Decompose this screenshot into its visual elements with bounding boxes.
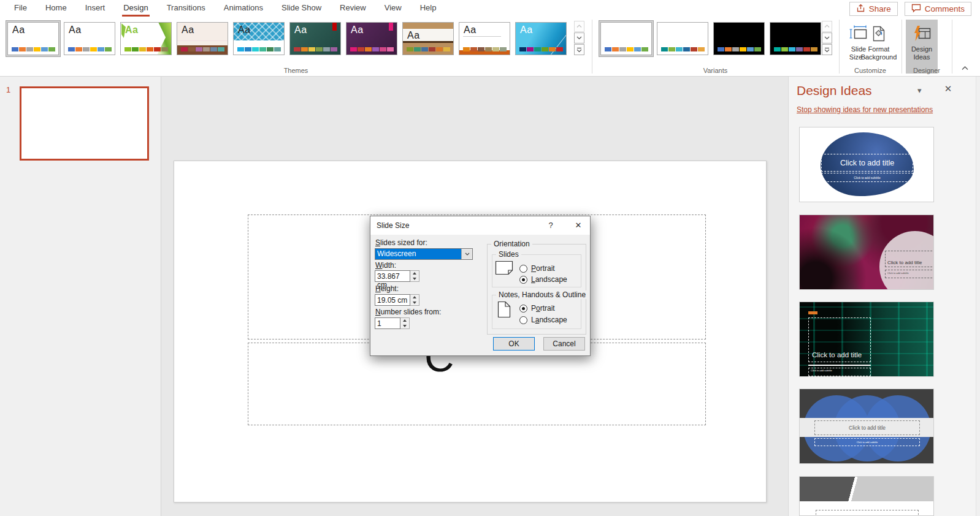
slides-landscape-option[interactable]: Landscape — [519, 275, 567, 284]
theme-preview-text: Aa — [125, 25, 138, 36]
theme-thumbnail[interactable]: Aa — [175, 21, 229, 56]
theme-thumbnail[interactable]: Aa — [457, 21, 511, 56]
tab-slide-show[interactable]: Slide Show — [272, 0, 331, 17]
notes-portrait-option[interactable]: Portrait — [519, 304, 555, 313]
tab-view[interactable]: View — [375, 0, 411, 17]
tab-home[interactable]: Home — [36, 0, 76, 17]
theme-thumbnail[interactable]: Aa — [401, 21, 455, 56]
variants-scroll-down-button[interactable] — [822, 32, 832, 44]
radio-checked-icon[interactable] — [519, 305, 527, 313]
theme-thumbnail[interactable]: Aa — [6, 21, 60, 56]
designer-group-label: Designer — [902, 67, 952, 74]
theme-thumbnail[interactable]: Aa — [119, 21, 173, 56]
chevron-down-icon — [465, 252, 470, 256]
slides-portrait-label: Portrait — [531, 264, 555, 273]
comments-icon — [911, 4, 921, 15]
variant-thumbnail[interactable] — [599, 21, 653, 56]
chevron-up-icon — [824, 25, 830, 28]
subtitle-placeholder-preview: Click to add subtitle — [814, 438, 920, 446]
width-field: 33.867 cm — [375, 270, 419, 282]
theme-preview-text: Aa — [520, 25, 533, 36]
themes-gallery-scroll — [574, 21, 584, 55]
radio-checked-icon[interactable] — [519, 276, 527, 284]
tab-design[interactable]: Design — [114, 0, 157, 17]
accent-bar — [808, 311, 817, 314]
panel-scrollbar[interactable] — [976, 77, 980, 516]
gallery-more-icon — [824, 47, 830, 53]
landscape-page-icon — [495, 260, 513, 277]
number-slides-input[interactable]: 1 — [375, 317, 400, 329]
design-suggestion-4[interactable]: Click to add title Click to add subtitle — [799, 389, 934, 464]
design-suggestion-1[interactable]: Click to add title Click to add subtitle — [799, 127, 934, 202]
design-suggestion-2[interactable]: Click to add title Click to add subtitle — [799, 214, 934, 290]
tab-transitions[interactable]: Transitions — [158, 0, 215, 17]
comments-button[interactable]: Comments — [905, 2, 971, 16]
themes-scroll-up-button[interactable] — [574, 21, 584, 32]
ribbon: Aa Aa Aa Aa Aa Aa Aa Aa Aa Aa — [0, 17, 980, 77]
tab-review[interactable]: Review — [331, 0, 375, 17]
radio-unchecked-icon[interactable] — [519, 316, 527, 324]
design-ideas-label: Design Ideas — [906, 45, 938, 61]
variant-thumbnail[interactable] — [712, 21, 766, 56]
dialog-title-bar[interactable]: Slide Size ? ✕ — [370, 216, 590, 235]
help-button[interactable]: ? — [545, 216, 557, 235]
variant-thumbnail[interactable] — [656, 21, 710, 56]
tab-insert[interactable]: Insert — [76, 0, 115, 17]
slide-thumbnail[interactable] — [20, 86, 149, 161]
cancel-button[interactable]: Cancel — [543, 337, 585, 351]
dialog-close-button[interactable]: ✕ — [570, 216, 586, 235]
panel-dropdown-icon[interactable]: ▾ — [917, 86, 922, 95]
design-suggestion-5[interactable] — [799, 476, 934, 516]
panel-close-icon[interactable]: ✕ — [942, 83, 954, 94]
subtitle-placeholder-preview: Click to add subtitle — [808, 368, 871, 376]
theme-preview-text: Aa — [182, 25, 194, 36]
chevron-down-icon — [576, 36, 582, 40]
themes-gallery-more-button[interactable] — [574, 44, 584, 55]
chevron-up-icon — [576, 25, 582, 28]
notes-landscape-option[interactable]: Landscape — [519, 316, 567, 324]
divider-line — [808, 365, 871, 366]
tab-animations[interactable]: Animations — [215, 0, 272, 17]
title-placeholder-preview: Click to add title — [885, 251, 934, 267]
theme-thumbnail[interactable]: Aa — [345, 21, 399, 56]
ok-button[interactable]: OK — [493, 337, 535, 351]
theme-thumbnail[interactable]: Aa — [514, 21, 568, 56]
share-button[interactable]: Share — [849, 2, 898, 16]
design-ideas-button[interactable]: Design Ideas — [906, 20, 938, 74]
notes-landscape-label: Landscape — [531, 316, 567, 324]
variants-scroll-up-button[interactable] — [822, 21, 832, 32]
theme-thumbnail[interactable]: Aa — [232, 21, 286, 56]
number-slides-spinner[interactable] — [400, 317, 410, 329]
share-label: Share — [869, 4, 891, 13]
combo-dropdown-button[interactable] — [461, 249, 472, 259]
format-background-button[interactable]: Format Background — [857, 20, 900, 74]
height-field: 19.05 cm — [375, 294, 419, 306]
design-ideas-icon — [913, 23, 931, 44]
width-input[interactable]: 33.867 cm — [375, 270, 410, 282]
variants-gallery-more-button[interactable] — [822, 44, 832, 55]
stop-showing-ideas-link[interactable]: Stop showing ideas for new presentations — [797, 105, 933, 114]
tab-help[interactable]: Help — [411, 0, 446, 17]
height-input[interactable]: 19.05 cm — [375, 294, 410, 306]
design-suggestion-3[interactable]: Click to add title Click to add subtitle — [799, 302, 934, 377]
theme-thumbnail[interactable]: Aa — [63, 21, 117, 56]
themes-scroll-down-button[interactable] — [574, 32, 584, 44]
notes-portrait-label: Portrait — [531, 304, 555, 313]
width-spinner[interactable] — [410, 270, 419, 282]
customize-group-label: Customize — [839, 67, 902, 74]
slides-landscape-label: Landscape — [531, 275, 567, 284]
slides-sized-for-select[interactable]: Widescreen — [375, 248, 473, 260]
share-icon — [856, 4, 865, 15]
height-spinner[interactable] — [410, 294, 419, 306]
theme-thumbnail[interactable]: Aa — [288, 21, 342, 56]
height-label: Height: — [375, 284, 399, 293]
variants-gallery-scroll — [822, 21, 832, 55]
tab-file[interactable]: File — [5, 0, 36, 17]
slide-thumbnails-panel: 1 — [0, 77, 161, 516]
slides-portrait-option[interactable]: Portrait — [519, 264, 555, 273]
collapse-ribbon-button[interactable] — [958, 63, 971, 74]
ribbon-tabs: File Home Insert Design Transitions Anim… — [5, 0, 445, 17]
radio-unchecked-icon[interactable] — [519, 265, 527, 273]
variant-thumbnail[interactable] — [768, 21, 822, 56]
theme-preview-text: Aa — [464, 25, 477, 36]
